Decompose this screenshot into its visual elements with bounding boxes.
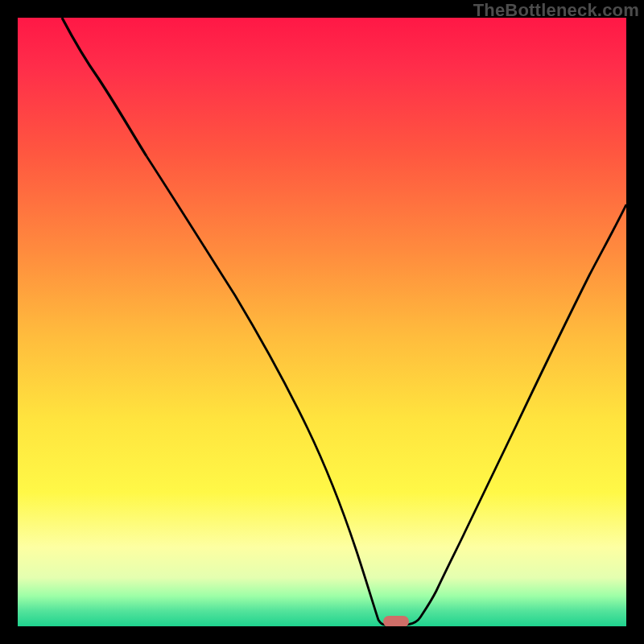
bottleneck-curve	[18, 18, 626, 626]
curve-left-segment	[62, 18, 147, 156]
chart-frame: TheBottleneck.com	[0, 0, 644, 644]
optimal-marker	[383, 616, 409, 626]
curve-main	[147, 156, 626, 625]
plot-area	[18, 18, 626, 626]
